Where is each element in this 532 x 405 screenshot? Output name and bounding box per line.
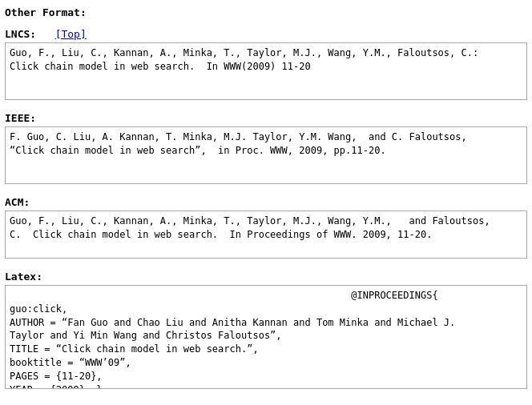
lncs-top-link[interactable]: [Top]: [55, 28, 87, 40]
other-format-title: Other Format:: [5, 6, 87, 18]
acm-section: ACM:: [5, 196, 527, 261]
other-format-header: Other Format:: [5, 6, 527, 18]
lncs-section: LNCS: [Top]: [5, 28, 527, 102]
ieee-citation-box[interactable]: [5, 126, 527, 184]
latex-citation-box[interactable]: [5, 285, 527, 389]
latex-label: Latex:: [5, 271, 527, 283]
acm-citation-box[interactable]: [5, 211, 527, 259]
ieee-label: IEEE:: [5, 112, 527, 124]
latex-section: Latex:: [5, 271, 527, 391]
lncs-citation-box[interactable]: [5, 42, 527, 100]
acm-label: ACM:: [5, 196, 527, 208]
ieee-section: IEEE:: [5, 112, 527, 186]
page-wrapper: Other Format: LNCS: [Top] IEEE: ACM: Lat…: [0, 0, 532, 405]
lncs-label: LNCS: [Top]: [5, 28, 527, 40]
